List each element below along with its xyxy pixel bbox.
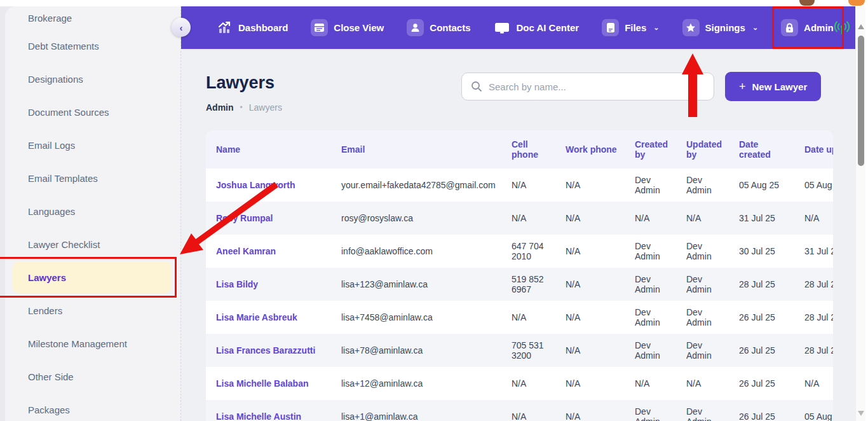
new-lawyer-button[interactable]: + New Lawyer [725,72,821,101]
scrollbar-thumb[interactable] [858,36,864,166]
column-header-created-by: Created by [625,130,676,169]
cell-created-by: Dev Admin [625,400,676,421]
breadcrumb-separator: • [240,103,243,112]
breadcrumb: Admin • Lawyers [206,102,282,113]
cell-date-updated: 28 Jul 25 [794,268,833,301]
search-input[interactable] [489,81,705,92]
sidebar-item-email-templates[interactable]: Email Templates [5,162,180,195]
sidebar-item-languages[interactable]: Languages [5,195,180,228]
page-scrollbar [855,6,865,421]
cell-work: N/A [555,202,625,235]
cell-cell: N/A [501,202,555,235]
cell-email: lisa+12@aminlaw.ca [331,367,501,400]
cell-date-created: 28 Jul 25 [729,268,794,301]
plus-icon: + [739,80,746,93]
lock-icon [781,19,798,36]
cell-cell: N/A [501,400,555,421]
sidebar-collapse-button[interactable]: ‹ [172,18,191,37]
lawyer-name-link[interactable]: Joshua Langworth [216,180,295,190]
nav-items: DashboardClose ViewContactsDoc AI Center… [215,19,834,36]
nav-item-label: Admin [804,22,834,33]
nav-item-admin[interactable]: Admin [781,19,834,36]
cell-cell: N/A [501,301,555,334]
cell-work: N/A [555,301,625,334]
cell-email: lisa+123@aminlaw.ca [331,268,501,301]
cell-updated-by: Dev Admin [676,301,729,334]
cell-date-updated: N/A [794,367,833,400]
browser-profile-icon [799,0,815,6]
lawyer-name-link[interactable]: Lisa Marie Asbreuk [216,312,297,322]
table-header-row: NameEmailCell phoneWork phoneCreated byU… [206,130,833,169]
lawyer-name-link[interactable]: Lisa Frances Barazzutti [216,345,315,355]
sidebar-item-lawyer-checklist[interactable]: Lawyer Checklist [5,228,180,261]
column-header-updated-by: Updated by [676,130,729,169]
lawyer-name-cell: Aneel Kamran [206,235,331,268]
nav-item-signings[interactable]: Signings⌄ [682,19,759,36]
sidebar-item-label: Document Sources [28,107,109,118]
sidebar-item-label: Other Side [28,371,74,382]
cell-cell: N/A [501,367,555,400]
search-box [461,72,714,100]
breadcrumb-admin-link[interactable]: Admin [206,102,234,113]
nav-item-label: Close View [334,22,384,33]
board-icon [493,19,510,36]
nav-item-contacts[interactable]: Contacts [407,19,470,36]
sidebar-item-lawyers[interactable]: Lawyers [5,261,180,294]
lawyer-name-link[interactable]: Lisa Bildy [216,279,258,289]
table-row: Lisa Frances Barazzuttilisa+78@aminlaw.c… [206,334,833,367]
nav-item-label: Signings [705,22,745,33]
sidebar-item-lenders[interactable]: Lenders [5,294,180,327]
sidebar-list: BrokerageDebt StatementsDesignationsDocu… [5,6,180,421]
cell-date-updated: 05 Aug 25 [794,169,833,202]
cell-created-by: N/A [625,202,676,235]
search-icon [471,81,482,92]
cell-work: N/A [555,367,625,400]
lawyer-name-link[interactable]: Lisa Michelle Balaban [216,378,309,389]
sidebar-item-email-logs[interactable]: Email Logs [5,128,180,162]
sidebar-item-other-side[interactable]: Other Side [5,360,180,393]
nav-item-label: Contacts [430,22,470,33]
sidebar-item-label: Designations [28,74,83,85]
cell-updated-by: Dev Admin [676,334,729,367]
cell-email: lisa+7458@aminlaw.ca [331,301,501,334]
cell-date-created: 30 Jul 25 [729,235,794,268]
table-row: Aneel Kamraninfo@aaklawoffice.com647 704… [206,235,833,268]
nav-item-dashboard[interactable]: Dashboard [215,19,288,36]
table-row: Lisa Michelle Balabanlisa+12@aminlaw.caN… [206,367,833,400]
lawyer-name-cell: Lisa Michelle Austin [206,400,331,421]
cell-created-by: Dev Admin [625,235,676,268]
cell-date-updated: 28 Jul 25 [794,301,833,334]
lawyer-name-link[interactable]: Lisa Michelle Austin [216,411,301,421]
nav-item-close-view[interactable]: Close View [311,19,384,36]
sidebar-item-packages[interactable]: Packages [5,393,180,421]
sidebar-item-label: Packages [28,404,70,415]
sidebar-item-debt-statements[interactable]: Debt Statements [5,29,180,62]
cell-updated-by: N/A [676,202,729,235]
window-edge [865,0,868,421]
star-icon [682,19,700,36]
nav-item-doc-ai-center[interactable]: Doc AI Center [493,19,579,36]
broadcast-signal-icon [834,19,851,36]
sidebar-item-document-sources[interactable]: Document Sources [5,95,180,128]
sidebar-item-milestone-management[interactable]: Milestone Management [5,327,180,360]
cell-created-by: Dev Admin [625,268,676,301]
lawyer-name-link[interactable]: Aneel Kamran [216,246,276,256]
cell-cell: 519 852 6967 [501,268,555,301]
cell-date-created: 31 Jul 25 [729,202,794,235]
cell-updated-by: Dev Admin [676,400,729,421]
top-navbar: ‹ DashboardClose ViewContactsDoc AI Cent… [181,6,855,49]
admin-sidebar: BrokerageDebt StatementsDesignationsDocu… [5,6,181,421]
sidebar-item-label: Lenders [28,305,62,316]
sidebar-item-label: Languages [28,206,75,217]
lawyer-name-cell: Lisa Marie Asbreuk [206,301,331,334]
cell-date-created: 26 Jul 25 [729,367,794,400]
lawyer-name-link[interactable]: Rosy Rumpal [216,213,273,223]
sidebar-item-designations[interactable]: Designations [5,62,180,95]
cell-updated-by: Dev Admin [676,268,729,301]
scrollbar-down-arrow[interactable] [858,411,864,416]
scrollbar-up-arrow[interactable] [858,24,864,29]
nav-item-files[interactable]: Files⌄ [602,19,659,36]
cell-date-updated: N/A [794,202,833,235]
table-row: Lisa Bildylisa+123@aminlaw.ca519 852 696… [206,268,833,301]
sidebar-item-brokerage[interactable]: Brokerage [5,6,180,29]
